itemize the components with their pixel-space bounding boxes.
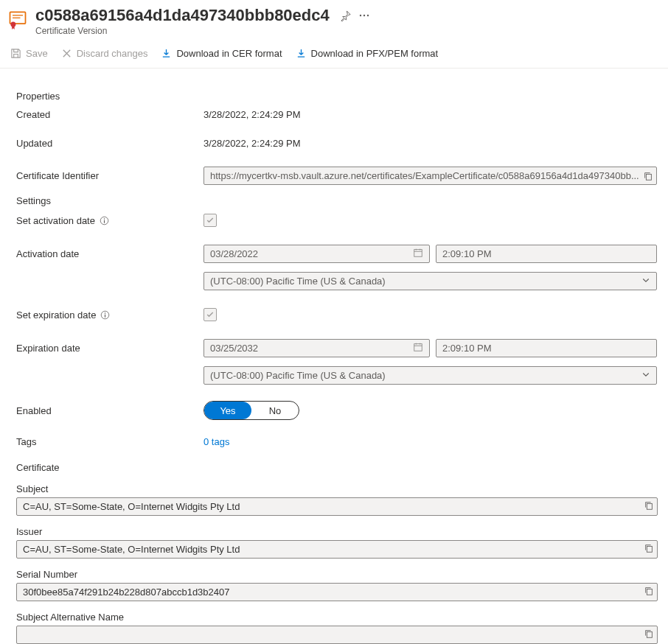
subject-value: C=AU, ST=Some-State, O=Internet Widgits …: [23, 501, 644, 512]
expiration-time-input[interactable]: 2:09:10 PM: [436, 339, 657, 357]
content: Properties Created 3/28/2022, 2:24:29 PM…: [0, 69, 668, 644]
san-field: [16, 626, 658, 644]
save-button: Save: [10, 48, 48, 59]
expiration-date-input[interactable]: 03/25/2032: [203, 339, 430, 357]
page-header: c0588a69156a4d1da497340bbb80edc4 Certifi…: [0, 0, 668, 43]
download-icon: [296, 48, 307, 59]
chevron-down-icon: [641, 276, 650, 287]
serial-label: Serial Number: [16, 569, 661, 580]
download-icon: [161, 48, 172, 59]
activation-timezone-value: (UTC-08:00) Pacific Time (US & Canada): [210, 276, 386, 287]
issuer-label: Issuer: [16, 526, 661, 537]
copy-icon[interactable]: [644, 629, 654, 641]
certificate-heading: Certificate: [16, 462, 661, 473]
expiration-date-value: 03/25/2032: [210, 343, 258, 354]
activation-date-value: 03/28/2022: [210, 248, 258, 259]
copy-icon[interactable]: [644, 543, 654, 556]
pin-icon[interactable]: [340, 10, 351, 21]
calendar-icon: [413, 342, 423, 354]
svg-rect-18: [414, 344, 422, 351]
discard-icon: [61, 48, 72, 59]
discard-label: Discard changes: [77, 48, 148, 59]
subject-field: C=AU, ST=Some-State, O=Internet Widgits …: [16, 497, 658, 516]
svg-rect-24: [647, 589, 652, 595]
set-expiration-checkbox[interactable]: [203, 308, 217, 321]
download-pfx-label: Download in PFX/PEM format: [311, 48, 439, 59]
enabled-yes[interactable]: Yes: [204, 402, 251, 419]
serial-field: 30f0bee85a74f291b24b228d807abccb1d3b2407: [16, 583, 658, 601]
subject-label: Subject: [16, 483, 661, 494]
san-label: Subject Alternative Name: [16, 612, 661, 623]
save-icon: [10, 48, 21, 59]
svg-point-6: [367, 15, 369, 16]
svg-rect-22: [647, 503, 652, 509]
properties-heading: Properties: [16, 91, 661, 102]
svg-point-5: [363, 15, 365, 16]
expiration-time-value: 2:09:10 PM: [442, 343, 492, 354]
chevron-down-icon: [641, 370, 650, 381]
tags-link[interactable]: 0 tags: [203, 436, 229, 447]
issuer-field: C=AU, ST=Some-State, O=Internet Widgits …: [16, 540, 658, 559]
activation-time-value: 2:09:10 PM: [442, 248, 492, 259]
created-value: 3/28/2022, 2:24:29 PM: [203, 109, 661, 120]
serial-value: 30f0bee85a74f291b24b228d807abccb1d3b2407: [23, 587, 644, 598]
identifier-value: https://mycertkv-msb.vault.azure.net/cer…: [210, 170, 643, 181]
svg-point-4: [360, 15, 361, 16]
identifier-label: Certificate Identifier: [16, 170, 203, 181]
copy-icon[interactable]: [644, 500, 654, 513]
activation-timezone-select[interactable]: (UTC-08:00) Pacific Time (US & Canada): [203, 272, 657, 290]
set-activation-checkbox[interactable]: [203, 214, 217, 227]
svg-rect-7: [646, 174, 651, 180]
tags-label: Tags: [16, 436, 203, 447]
settings-heading: Settings: [16, 195, 661, 206]
updated-label: Updated: [16, 138, 203, 149]
expiration-date-label: Expiration date: [16, 343, 203, 354]
copy-icon[interactable]: [643, 171, 653, 181]
svg-point-3: [10, 22, 15, 27]
page-subtitle: Certificate Version: [35, 26, 661, 36]
enabled-label: Enabled: [16, 405, 203, 416]
set-expiration-label: Set expiration date: [16, 309, 203, 321]
calendar-icon: [413, 248, 423, 260]
svg-rect-25: [647, 631, 652, 637]
svg-point-16: [105, 312, 105, 313]
download-cer-label: Download in CER format: [176, 48, 282, 59]
issuer-value: C=AU, ST=Some-State, O=Internet Widgits …: [23, 544, 644, 555]
download-cer-button[interactable]: Download in CER format: [161, 48, 282, 59]
activation-date-label: Activation date: [16, 248, 203, 259]
certificate-icon: [7, 9, 28, 29]
updated-value: 3/28/2022, 2:24:29 PM: [203, 138, 661, 149]
created-label: Created: [16, 109, 203, 120]
enabled-no[interactable]: No: [251, 402, 299, 419]
expiration-timezone-select[interactable]: (UTC-08:00) Pacific Time (US & Canada): [203, 366, 657, 385]
more-icon[interactable]: [358, 10, 370, 21]
download-pfx-button[interactable]: Download in PFX/PEM format: [296, 48, 439, 59]
enabled-toggle[interactable]: Yes No: [203, 401, 299, 420]
toolbar: Save Discard changes Download in CER for…: [0, 43, 668, 69]
save-label: Save: [26, 48, 48, 59]
expiration-timezone-value: (UTC-08:00) Pacific Time (US & Canada): [210, 370, 386, 381]
discard-button: Discard changes: [61, 48, 148, 59]
identifier-field: https://mycertkv-msb.vault.azure.net/cer…: [203, 167, 657, 185]
info-icon[interactable]: [100, 216, 109, 225]
activation-time-input[interactable]: 2:09:10 PM: [436, 245, 657, 263]
set-activation-label: Set activation date: [16, 215, 203, 226]
svg-rect-11: [414, 250, 422, 257]
info-icon[interactable]: [100, 310, 110, 320]
svg-rect-23: [647, 546, 652, 552]
copy-icon[interactable]: [644, 586, 654, 598]
activation-date-input[interactable]: 03/28/2022: [203, 245, 430, 263]
svg-point-9: [104, 218, 105, 219]
page-title: c0588a69156a4d1da497340bbb80edc4: [35, 6, 330, 25]
